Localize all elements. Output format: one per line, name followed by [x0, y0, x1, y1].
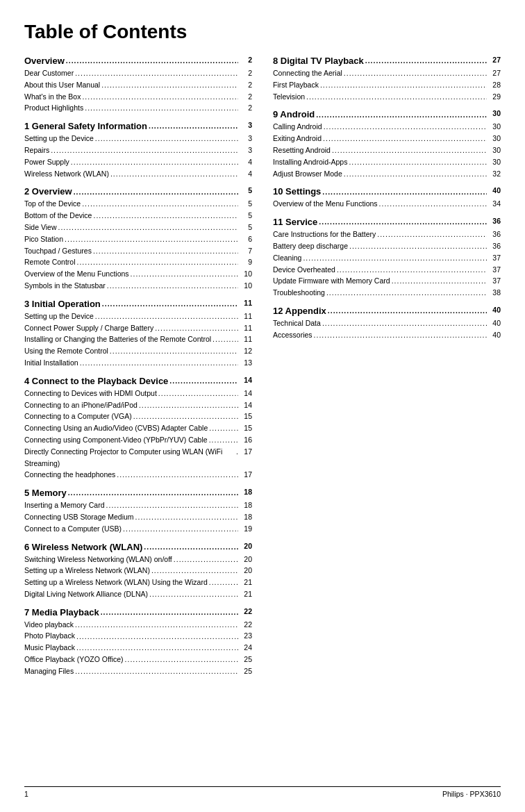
entry-page: 11 [240, 324, 252, 332]
entry-label: Setting up the Device [24, 133, 94, 144]
toc-entry: Connecting to a Computer (VGA)15 [24, 411, 252, 422]
entry-page: 4 [240, 169, 252, 178]
footer-brand: Philips · PPX3610 [442, 790, 501, 798]
section-number-title: 4 Connect to the Playback Device [24, 376, 168, 386]
toc-entry: First Playback28 [273, 79, 501, 91]
section-number-title: 9 Android [273, 109, 315, 119]
entry-label: Update Firmware with Memory Card [273, 275, 390, 287]
entry-page: 28 [488, 81, 501, 89]
entry-page: 19 [240, 524, 252, 533]
entry-label: Connecting Using an Audio/Video (CVBS) A… [24, 422, 208, 434]
toc-entry: Inserting a Memory Card18 [24, 499, 252, 511]
toc-entry: Troubleshooting38 [273, 287, 501, 299]
toc-entry: What's in the Box2 [24, 91, 252, 103]
dots [95, 312, 238, 320]
toc-entry: Video playback22 [24, 619, 252, 631]
toc-entry: Calling Android30 [273, 121, 501, 133]
entry-label: Connecting USB Storage Medium [24, 511, 134, 523]
section-page-number: 14 [240, 376, 252, 386]
entry-label: Switching Wireless Networking (WLAN) on/… [24, 554, 172, 565]
entry-label: Directly Connecting Projector to Compute… [24, 446, 235, 470]
toc-entry: Dear Customer2 [24, 67, 252, 79]
section-number-title: 3 Initial Operation [24, 299, 101, 309]
toc-entry: Television29 [273, 91, 501, 103]
entry-label: First Playback [273, 79, 319, 91]
dots [344, 169, 487, 177]
dots [151, 566, 238, 574]
footer: 1 Philips · PPX3610 [24, 786, 501, 798]
entry-label: Side View [24, 222, 57, 233]
entry-page: 25 [240, 655, 252, 663]
dots [392, 276, 487, 284]
dots [71, 158, 238, 165]
entry-label: Setting up a Wireless Network (WLAN) [24, 565, 150, 577]
toc-container: Overview2Dear Customer2About this User M… [24, 56, 501, 684]
toc-entry: Using the Remote Control12 [24, 345, 252, 357]
entry-page: 16 [240, 436, 252, 444]
dots [155, 324, 238, 331]
dots [93, 247, 238, 254]
entry-label: Dear Customer [24, 67, 74, 79]
dots [101, 608, 238, 617]
toc-section: 9 Android30Calling Android30Exiting Andr… [273, 109, 501, 179]
toc-entry: Cleaning37 [273, 252, 501, 264]
dots [149, 122, 238, 131]
dots [379, 199, 487, 207]
dots [135, 513, 238, 520]
toc-entry: Music Playback24 [24, 642, 252, 654]
dots [117, 470, 238, 478]
entry-page: 29 [488, 92, 501, 101]
section-number-title: 11 Service [273, 217, 317, 227]
entry-label: Initial Installation [24, 357, 78, 369]
entry-label: Touchpad / Gestures [24, 245, 92, 257]
entry-label: Resetting Android [273, 144, 331, 156]
entry-label: Technical Data [273, 317, 321, 329]
entry-label: Video playback [24, 619, 74, 631]
entry-page: 37 [488, 265, 501, 274]
entry-page: 11 [240, 335, 252, 343]
entry-page: 12 [240, 347, 252, 355]
dots [319, 217, 487, 226]
dots [377, 230, 487, 238]
toc-entry: Top of the Device5 [24, 198, 252, 210]
entry-page: 23 [240, 631, 252, 640]
entry-page: 3 [240, 146, 252, 154]
dots [322, 319, 487, 326]
right-column: 8 Digital TV Playback27Connecting the Ae… [273, 56, 501, 348]
entry-page: 10 [240, 270, 252, 278]
toc-entry: Symbols in the Statusbar10 [24, 280, 252, 292]
section-page-number: 5 [240, 186, 252, 197]
entry-label: Cleaning [273, 252, 301, 264]
entry-page: 13 [240, 358, 252, 367]
dots [74, 188, 238, 197]
dots [82, 92, 238, 100]
dots [328, 306, 487, 315]
entry-page: 14 [240, 401, 252, 409]
entry-page: 38 [488, 288, 501, 297]
dots [326, 288, 487, 296]
toc-section: 4 Connect to the Playback Device14Connec… [24, 376, 252, 481]
dots [102, 299, 238, 308]
entry-label: Wireless Network (WLAN) [24, 168, 109, 180]
toc-entry: Connecting the headphones17 [24, 469, 252, 481]
entry-page: 40 [488, 319, 501, 327]
entry-label: Battery deep discharge [273, 240, 348, 252]
toc-entry: Overview of the Menu Functions10 [24, 268, 252, 280]
section-number-title: 5 Memory [24, 488, 67, 498]
entry-page: 14 [240, 389, 252, 397]
dots [349, 158, 487, 165]
entry-page: 36 [488, 230, 501, 238]
toc-entry: Touchpad / Gestures7 [24, 245, 252, 257]
section-page-number: 40 [488, 186, 501, 197]
toc-entry: Managing Files25 [24, 665, 252, 677]
dots [125, 655, 238, 663]
entry-label: Accessories [273, 329, 312, 341]
entry-page: 17 [240, 447, 252, 456]
toc-entry: Exiting Android30 [273, 133, 501, 144]
dots [365, 56, 487, 65]
toc-section: 3 Initial Operation11Setting up the Devi… [24, 299, 252, 369]
entry-page: 5 [240, 223, 252, 231]
toc-entry: Pico Station6 [24, 233, 252, 245]
entry-page: 36 [488, 242, 501, 250]
toc-entry: Setting up the Device3 [24, 133, 252, 144]
